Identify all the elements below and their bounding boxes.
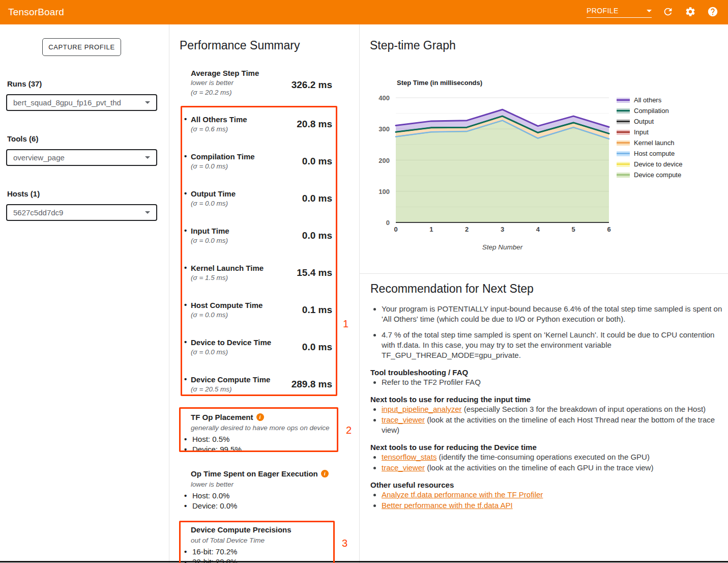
legend-item: Host compute bbox=[617, 148, 682, 159]
metric-value: 20.8 ms bbox=[297, 119, 332, 130]
tool-link[interactable]: trace_viewer bbox=[382, 463, 425, 472]
recommendation-item: trace_viewer (look at the activities on … bbox=[382, 415, 726, 435]
performance-summary-title: Performance Summary bbox=[180, 39, 300, 52]
legend-item: Output bbox=[617, 116, 682, 127]
section-subtitle: lower is better bbox=[191, 480, 339, 489]
tools-select[interactable]: overview_page bbox=[6, 149, 157, 166]
bullet-icon: • bbox=[184, 152, 187, 160]
metric-row: •Kernel Launch Time(σ = 1.5 ms)15.4 ms bbox=[184, 263, 332, 283]
metric-value: 0.0 ms bbox=[302, 156, 332, 167]
legend-item: Compilation bbox=[617, 105, 682, 116]
recommendation-item: Refer to the TF2 Profiler FAQ bbox=[382, 377, 726, 387]
svg-text:3: 3 bbox=[501, 226, 504, 233]
dashboard-select[interactable]: PROFILE bbox=[587, 7, 652, 18]
metric-label: Average Step Time bbox=[191, 68, 332, 78]
section-title-text: Op Time Spent on Eager Execution bbox=[191, 469, 318, 478]
legend-label: Output bbox=[634, 118, 654, 125]
metric-row: •Input Time(σ = 0.0 ms)0.0 ms bbox=[184, 226, 332, 245]
recommendation-item-text: Refer to the TF2 Profiler FAQ bbox=[382, 378, 481, 386]
tf-op-placement-section: TF Op Placement i generally desired to h… bbox=[191, 412, 339, 454]
recommendation-item-text: (especially Section 3 for the breakdown … bbox=[462, 405, 706, 413]
settings-button[interactable] bbox=[684, 6, 696, 18]
recommendation-item-text: (look at the activities on the timeline … bbox=[425, 463, 653, 472]
recommendation-item: Analyze tf.data performance with the TF … bbox=[382, 490, 726, 500]
svg-text:400: 400 bbox=[378, 94, 390, 102]
recommendation-section-heading: Other useful resources bbox=[370, 481, 726, 489]
bullet-icon: • bbox=[184, 189, 187, 198]
recommendation-item-text: (look at the activities on the timeline … bbox=[382, 415, 715, 434]
section-divider bbox=[360, 273, 728, 274]
help-icon bbox=[707, 6, 718, 17]
info-icon[interactable]: i bbox=[256, 413, 264, 421]
bullet-icon: • bbox=[184, 300, 187, 309]
recommendation-title: Recommendation for Next Step bbox=[370, 282, 726, 296]
app-title: TensorBoard bbox=[8, 7, 64, 18]
recommendation-bullet: Your program is POTENTIALLY input-bound … bbox=[382, 304, 726, 324]
section-title: TF Op Placement i bbox=[191, 412, 339, 422]
chart-legend: All othersCompilationOutputInputKernel l… bbox=[617, 95, 682, 180]
recommendation-item: input_pipeline_analyzer (especially Sect… bbox=[382, 404, 726, 414]
recommendation-item: Better performance with the tf.data API bbox=[382, 500, 726, 511]
chevron-down-icon bbox=[145, 211, 150, 214]
legend-swatch-icon bbox=[617, 162, 630, 167]
tool-link[interactable]: Analyze tf.data performance with the TF … bbox=[382, 490, 543, 499]
metric-value: 0.1 ms bbox=[302, 304, 332, 316]
metric-value: 326.2 ms bbox=[292, 79, 332, 91]
main-content: CAPTURE PROFILE Runs (37) bert_squad_8gp… bbox=[0, 24, 728, 563]
eager-execution-section: Op Time Spent on Eager Execution i lower… bbox=[191, 469, 339, 511]
bullet-icon: • bbox=[184, 226, 187, 235]
svg-text:Step Number: Step Number bbox=[482, 243, 523, 251]
hosts-select-value: 5627c5dd7dc9 bbox=[13, 208, 63, 217]
metric-row: •Output Time(σ = 0.0 ms)0.0 ms bbox=[184, 189, 332, 208]
section-subtitle: generally desired to have more ops on de… bbox=[191, 423, 339, 433]
recommendation-bullet: 4.7 % of the total step time sampled is … bbox=[382, 330, 726, 360]
svg-text:Step Time (in milliseconds): Step Time (in milliseconds) bbox=[397, 79, 482, 87]
sidebar: CAPTURE PROFILE Runs (37) bert_squad_8gp… bbox=[0, 24, 169, 563]
recommendation-panel: Recommendation for Next Step Your progra… bbox=[370, 282, 726, 511]
tool-link[interactable]: trace_viewer bbox=[382, 415, 425, 424]
recommendation-section-heading: Tool troubleshooting / FAQ bbox=[370, 368, 726, 377]
recommendation-section: Other useful resourcesAnalyze tf.data pe… bbox=[370, 481, 726, 511]
legend-swatch-icon bbox=[617, 173, 630, 178]
legend-item: Device to device bbox=[617, 159, 682, 170]
refresh-button[interactable] bbox=[662, 6, 674, 18]
hosts-select[interactable]: 5627c5dd7dc9 bbox=[6, 204, 157, 221]
tool-link[interactable]: tensorflow_stats bbox=[382, 453, 436, 461]
svg-text:4: 4 bbox=[536, 226, 540, 233]
list-item: Host: 0.5% bbox=[184, 434, 339, 444]
chevron-down-icon bbox=[145, 156, 150, 159]
runs-label: Runs (37) bbox=[7, 79, 42, 88]
list-item: Device: 0.0% bbox=[184, 501, 339, 511]
list-item: 16-bit: 70.2% bbox=[184, 547, 339, 557]
tool-link[interactable]: input_pipeline_analyzer bbox=[382, 405, 462, 413]
tools-select-value: overview_page bbox=[13, 153, 65, 162]
help-button[interactable] bbox=[707, 6, 719, 18]
chevron-down-icon bbox=[647, 10, 652, 12]
metric-value: 0.0 ms bbox=[302, 193, 332, 204]
bottom-edge-line bbox=[0, 561, 728, 562]
info-icon[interactable]: i bbox=[321, 470, 329, 477]
runs-select[interactable]: bert_squad_8gpu_fp16_pvt_thd bbox=[6, 94, 157, 111]
recommendation-bullets: Your program is POTENTIALLY input-bound … bbox=[370, 304, 726, 360]
tool-link[interactable]: Better performance with the tf.data API bbox=[382, 501, 513, 510]
performance-summary-panel: Performance Summary Average Step Time lo… bbox=[169, 24, 360, 563]
hosts-label: Hosts (1) bbox=[7, 189, 40, 198]
legend-label: Kernel launch bbox=[634, 139, 675, 147]
svg-text:1: 1 bbox=[429, 226, 433, 233]
recommendation-item: tensorflow_stats (identify the time-cons… bbox=[382, 452, 726, 462]
legend-swatch-icon bbox=[617, 151, 630, 156]
recommendation-section: Tool troubleshooting / FAQRefer to the T… bbox=[370, 368, 726, 387]
section-items: Host: 0.5% Device: 99.5% bbox=[191, 434, 339, 454]
legend-item: Kernel launch bbox=[617, 137, 682, 148]
header-controls: PROFILE bbox=[587, 6, 719, 18]
recommendation-sections: Tool troubleshooting / FAQRefer to the T… bbox=[370, 368, 726, 511]
step-time-chart: 01002003004000123456Step Time (in millis… bbox=[375, 70, 614, 259]
bullet-icon: • bbox=[184, 375, 187, 383]
legend-swatch-icon bbox=[617, 98, 630, 103]
app-header: TensorBoard PROFILE bbox=[0, 0, 728, 24]
capture-profile-button[interactable]: CAPTURE PROFILE bbox=[42, 38, 121, 56]
legend-swatch-icon bbox=[617, 108, 630, 114]
svg-text:0: 0 bbox=[386, 219, 390, 227]
legend-label: All others bbox=[634, 96, 661, 104]
gear-icon bbox=[685, 6, 696, 17]
